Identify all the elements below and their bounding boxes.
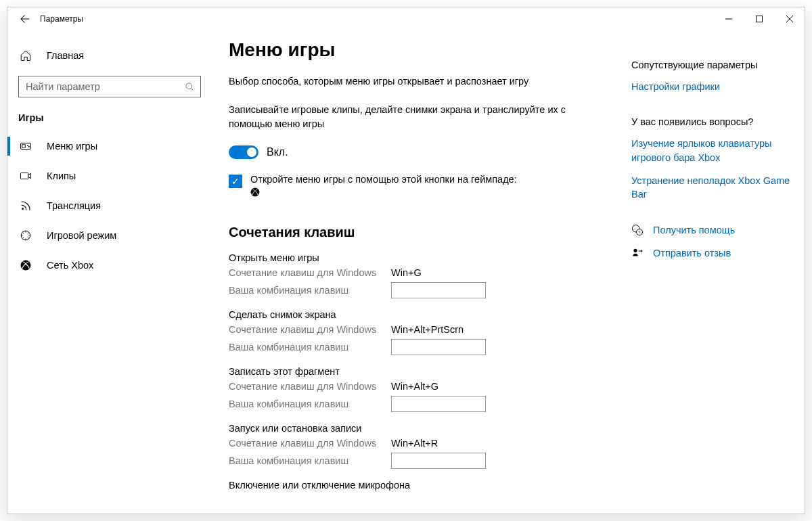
svg-point-10 — [251, 187, 260, 196]
sidebar-item-game-menu[interactable]: Меню игры — [7, 131, 214, 161]
feedback-link[interactable]: Отправить отзыв — [631, 247, 790, 259]
main-panel: Меню игры Выбор способа, которым меню иг… — [214, 30, 805, 514]
clips-icon — [20, 170, 32, 182]
windows-shortcut-label: Сочетание клавиш для Windows — [229, 381, 391, 392]
sidebar-item-label: Трансляция — [47, 200, 101, 211]
home-label: Главная — [47, 50, 84, 61]
shortcuts-heading: Сочетания клавиш — [229, 225, 611, 240]
user-shortcut-label: Ваша комбинация клавиш — [229, 342, 391, 353]
xbox-controller-icon — [250, 187, 260, 197]
check-label: Откройте меню игры с помощью этой кнопки… — [250, 174, 517, 185]
feedback-icon — [631, 247, 644, 259]
home-icon — [20, 49, 32, 62]
shortcut-title: Записать этот фрагмент — [229, 366, 611, 377]
svg-point-5 — [28, 146, 30, 148]
windows-shortcut-label: Сочетание клавиш для Windows — [229, 267, 391, 278]
windows-shortcut-label: Сочетание клавиш для Windows — [229, 438, 391, 449]
windows-shortcut-value: Win+G — [391, 267, 422, 278]
minimize-button[interactable] — [713, 7, 744, 30]
svg-point-14 — [633, 249, 637, 252]
sidebar-item-clips[interactable]: Клипы — [7, 161, 214, 191]
user-shortcut-label: Ваша комбинация клавиш — [229, 455, 391, 466]
windows-shortcut-value: Win+Alt+G — [391, 381, 438, 392]
troubleshoot-link[interactable]: Устранение неполадок Xbox Game Bar — [631, 174, 790, 202]
window-title: Параметры — [39, 14, 83, 24]
sidebar: Главная Найти параметр Игры Меню игры — [7, 30, 214, 514]
window-controls — [713, 7, 805, 30]
help-label: Получить помощь — [653, 225, 735, 235]
windows-shortcut-label: Сочетание клавиш для Windows — [229, 324, 391, 335]
user-shortcut-input[interactable] — [391, 339, 486, 355]
user-shortcut-label: Ваша комбинация клавиш — [229, 285, 391, 296]
xbox-icon — [20, 259, 32, 271]
game-bar-icon — [20, 140, 32, 152]
game-mode-icon — [20, 229, 32, 242]
user-shortcut-input[interactable] — [391, 453, 486, 469]
svg-point-4 — [27, 145, 28, 146]
svg-rect-6 — [21, 173, 28, 179]
check-content: Откройте меню игры с помощью этой кнопки… — [250, 174, 517, 199]
shortcut-group: Открыть меню игры Сочетание клавиш для W… — [229, 252, 611, 298]
search-placeholder: Найти параметр — [26, 81, 185, 92]
shortcut-group: Сделать снимок экрана Сочетание клавиш д… — [229, 309, 611, 355]
controller-checkbox[interactable]: ✓ — [229, 175, 242, 188]
feedback-label: Отправить отзыв — [653, 248, 731, 258]
svg-rect-0 — [756, 16, 762, 22]
sidebar-item-label: Игровой режим — [47, 230, 116, 241]
description-1: Выбор способа, которым меню игры открыва… — [229, 74, 611, 88]
sidebar-item-game-mode[interactable]: Игровой режим — [7, 221, 214, 250]
close-button[interactable] — [774, 7, 805, 30]
toggle-row: Вкл. — [229, 145, 611, 159]
help-icon: ? — [631, 224, 644, 236]
sidebar-item-label: Сеть Xbox — [47, 260, 93, 271]
right-column: Сопутствующие параметры Настройки график… — [631, 39, 790, 514]
questions-heading: У вас появились вопросы? — [631, 116, 790, 127]
settings-window: Параметры Главная Найти параметр — [7, 7, 805, 514]
questions-section: У вас появились вопросы? Изучение ярлыко… — [631, 116, 790, 201]
search-input[interactable]: Найти параметр — [18, 76, 201, 97]
description-2: Записывайте игровые клипы, делайте снимк… — [229, 103, 611, 131]
get-help-link[interactable]: ? Получить помощь — [631, 224, 790, 236]
sidebar-item-label: Клипы — [47, 171, 76, 181]
related-heading: Сопутствующие параметры — [631, 60, 790, 70]
maximize-button[interactable] — [744, 7, 774, 30]
maximize-icon — [756, 16, 763, 22]
back-button[interactable] — [12, 7, 39, 30]
page-heading: Меню игры — [229, 39, 611, 61]
controller-check-row: ✓ Откройте меню игры с помощью этой кноп… — [229, 174, 611, 199]
windows-shortcut-value: Win+Alt+PrtScrn — [391, 324, 464, 335]
user-shortcut-label: Ваша комбинация клавиш — [229, 399, 391, 409]
sidebar-item-label: Меню игры — [47, 141, 97, 152]
toggle-label: Вкл. — [267, 146, 288, 158]
shortcut-title: Включение или отключение микрофона — [229, 480, 611, 491]
titlebar: Параметры — [7, 7, 805, 30]
search-icon — [185, 82, 195, 92]
svg-point-7 — [22, 208, 24, 210]
shortcut-group: Запуск или остановка записи Сочетание кл… — [229, 423, 611, 469]
shortcut-group: Записать этот фрагмент Сочетание клавиш … — [229, 366, 611, 412]
shortcut-title: Сделать снимок экрана — [229, 309, 611, 320]
related-section: Сопутствующие параметры Настройки график… — [631, 60, 790, 93]
keyboard-shortcuts-link[interactable]: Изучение ярлыков клавиатуры игрового бар… — [631, 137, 790, 164]
broadcast-icon — [20, 200, 32, 212]
game-bar-toggle[interactable] — [229, 145, 258, 159]
sidebar-item-broadcast[interactable]: Трансляция — [7, 191, 214, 221]
main-column: Меню игры Выбор способа, которым меню иг… — [229, 39, 611, 514]
arrow-left-icon — [19, 13, 31, 25]
svg-rect-3 — [22, 145, 26, 148]
user-shortcut-input[interactable] — [391, 282, 486, 298]
shortcut-title: Открыть меню игры — [229, 252, 611, 263]
sidebar-item-xbox-network[interactable]: Сеть Xbox — [7, 250, 214, 280]
graphics-settings-link[interactable]: Настройки графики — [631, 80, 790, 93]
section-title: Игры — [7, 107, 214, 131]
minimize-icon — [725, 16, 732, 22]
search-container: Найти параметр — [7, 69, 214, 107]
shortcut-title: Запуск или остановка записи — [229, 423, 611, 434]
user-shortcut-input[interactable] — [391, 396, 486, 412]
support-section: ? Получить помощь Отправить отзыв — [631, 224, 790, 259]
svg-point-1 — [186, 83, 192, 89]
home-link[interactable]: Главная — [7, 42, 214, 69]
close-icon — [786, 16, 793, 22]
windows-shortcut-value: Win+Alt+R — [391, 438, 438, 449]
content-area: Главная Найти параметр Игры Меню игры — [7, 30, 805, 514]
